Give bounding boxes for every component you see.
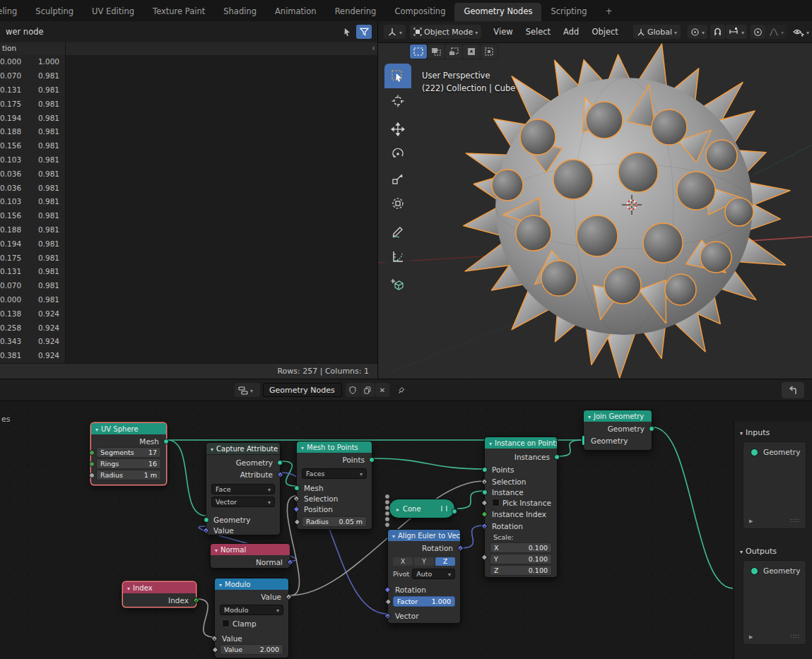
node-join-geometry[interactable]: Join Geometry Geometry Geometry — [583, 410, 652, 451]
select-mode-invert[interactable] — [463, 44, 480, 59]
socket-hidden-in[interactable] — [384, 522, 390, 528]
socket-geometry-out[interactable] — [649, 426, 654, 432]
spreadsheet-row[interactable]: 0.0700.981 — [0, 69, 65, 83]
rings-field[interactable]: Rings16 — [96, 458, 161, 469]
socket-mesh-out[interactable] — [452, 509, 457, 514]
tool-rotate[interactable] — [384, 141, 411, 166]
collapse-icon[interactable] — [301, 444, 304, 451]
socket-hidden-in[interactable] — [384, 499, 390, 505]
radius-field[interactable]: Radius1 m — [96, 470, 161, 480]
expand-triangle-icon[interactable] — [749, 631, 753, 641]
socket-hidden-in[interactable] — [384, 516, 390, 522]
collapse-icon[interactable] — [127, 584, 130, 592]
tool-measure[interactable] — [384, 244, 411, 268]
spreadsheet-row[interactable]: 0.1880.981 — [0, 125, 65, 139]
node-tree-name-field[interactable]: Geometry Nodes — [263, 383, 342, 397]
axis-x-button[interactable]: X — [393, 557, 413, 566]
collapse-icon[interactable] — [392, 532, 395, 540]
spreadsheet-row[interactable]: 0.0000.981 — [0, 293, 65, 307]
socket-radius-in[interactable] — [89, 473, 95, 478]
pivot-point-dropdown[interactable] — [688, 25, 707, 39]
node-instance-on-points[interactable]: Instance on Points Instances Points Sele… — [484, 437, 558, 578]
spreadsheet-column-header[interactable]: tion — [0, 42, 377, 56]
axis-y-button[interactable]: Y — [414, 557, 434, 566]
snap-with-dropdown[interactable] — [726, 25, 747, 39]
spreadsheet-row[interactable]: 0.0700.981 — [0, 279, 65, 293]
filter-funnel-button[interactable] — [356, 25, 372, 39]
select-mode-subtract[interactable] — [445, 44, 462, 59]
collapse-icon[interactable] — [211, 445, 213, 453]
resize-grip-icon[interactable] — [791, 631, 800, 641]
workspace-tab--[interactable]: + — [596, 3, 622, 21]
domain-dropdown[interactable]: Face — [211, 484, 275, 494]
scale-x-field[interactable]: X0.100 — [490, 542, 552, 553]
node-tree-type-dropdown[interactable] — [235, 383, 260, 397]
go-to-parent-tree-button[interactable] — [782, 382, 804, 398]
socket-hidden-in[interactable] — [384, 494, 390, 499]
select-mode-intersect[interactable] — [481, 44, 498, 59]
node-cone-collapsed[interactable]: Cone — [389, 499, 455, 518]
factor-slider[interactable]: Factor1.000 — [393, 596, 455, 607]
node-canvas[interactable]: es UV Sphere Mesh Segments17 Rings16 Rad… — [0, 400, 812, 659]
tool-select-box[interactable] — [384, 64, 411, 88]
segments-field[interactable]: Segments17 — [96, 447, 161, 458]
tool-cursor[interactable] — [384, 88, 411, 113]
outputs-section-header[interactable]: Outputs — [740, 547, 777, 556]
spreadsheet-row[interactable]: 0.0001.000 — [0, 55, 65, 69]
spreadsheet-row[interactable]: 0.1310.981 — [0, 83, 65, 97]
collapse-icon[interactable] — [219, 581, 222, 588]
node-normal[interactable]: Normal Normal — [210, 543, 290, 569]
socket-instances-out[interactable] — [554, 454, 560, 460]
spreadsheet-row[interactable]: 0.1940.981 — [0, 237, 65, 251]
spreadsheet-row[interactable]: 0.3810.924 — [0, 349, 65, 363]
node-uv-sphere[interactable]: UV Sphere Mesh Segments17 Rings16 Radius… — [90, 422, 167, 485]
workspace-tab-geometry-nodes[interactable]: Geometry Nodes — [454, 3, 541, 21]
column-divider[interactable] — [65, 42, 66, 363]
socket-hidden-in[interactable] — [384, 505, 390, 511]
tool-transform[interactable] — [384, 191, 411, 215]
proportional-falloff-dropdown[interactable] — [766, 25, 787, 39]
spreadsheet-row[interactable]: 0.1310.981 — [0, 265, 65, 279]
mode-dropdown[interactable]: Object Mode — [410, 25, 481, 39]
spreadsheet-row[interactable]: 0.1380.924 — [0, 307, 65, 321]
radius-field[interactable]: Radius0.05 m — [302, 516, 367, 527]
transform-orientation-dropdown[interactable]: Global — [633, 25, 681, 39]
inputs-section-header[interactable]: Inputs — [740, 428, 770, 437]
snap-toggle[interactable] — [710, 25, 725, 39]
region-collapse-icon[interactable] — [372, 43, 375, 53]
spreadsheet-row[interactable]: 0.1030.981 — [0, 153, 65, 167]
menu-add[interactable]: Add — [557, 27, 585, 37]
pick-instance-checkbox[interactable] — [492, 499, 500, 506]
clamp-checkbox[interactable] — [222, 619, 230, 627]
workspace-tab-rendering[interactable]: Rendering — [326, 3, 386, 21]
spreadsheet-row[interactable]: 0.0360.981 — [0, 167, 65, 181]
expand-triangle-icon[interactable] — [749, 516, 753, 525]
spreadsheet-row[interactable]: 0.2580.924 — [0, 321, 65, 335]
workspace-tab-sculpting[interactable]: Sculpting — [26, 3, 83, 21]
socket-points-out[interactable] — [369, 457, 375, 463]
node-mesh-to-points[interactable]: Mesh to Points Points Faces Mesh Selecti… — [296, 441, 372, 530]
show-gizmo-dropdown[interactable] — [790, 25, 812, 39]
socket-mesh-in[interactable] — [294, 485, 300, 491]
socket-geometry-multi-in[interactable] — [582, 435, 585, 446]
spreadsheet-row[interactable]: 0.1750.981 — [0, 97, 65, 111]
proportional-editing-toggle[interactable] — [751, 25, 765, 39]
data-type-dropdown[interactable]: Vector — [211, 497, 275, 507]
socket-hidden-in[interactable] — [384, 511, 390, 516]
spreadsheet-row[interactable]: 0.0360.981 — [0, 181, 65, 195]
new-copy-button[interactable] — [360, 383, 375, 397]
socket-segments-in[interactable] — [89, 450, 95, 456]
selection-filter-arrow-icon[interactable] — [339, 25, 355, 39]
tool-annotate[interactable] — [384, 219, 411, 244]
group-output-geometry[interactable]: Geometry — [743, 561, 806, 575]
editor-type-dropdown[interactable] — [384, 25, 406, 39]
node-capture-attribute[interactable]: Capture Attribute Geometry Attribute Fac… — [206, 442, 281, 535]
node-align-euler-to-vector[interactable]: Align Euler to Vector Rotation X Y Z Piv… — [387, 529, 461, 624]
tool-add-cube[interactable] — [384, 272, 411, 297]
tool-scale[interactable] — [384, 166, 411, 191]
pivot-dropdown[interactable]: Auto — [412, 569, 455, 579]
workspace-tab-animation[interactable]: Animation — [266, 3, 326, 21]
operation-dropdown[interactable]: Modulo — [220, 605, 283, 615]
socket-instance-in[interactable] — [482, 489, 488, 495]
axis-z-button[interactable]: Z — [435, 557, 455, 566]
